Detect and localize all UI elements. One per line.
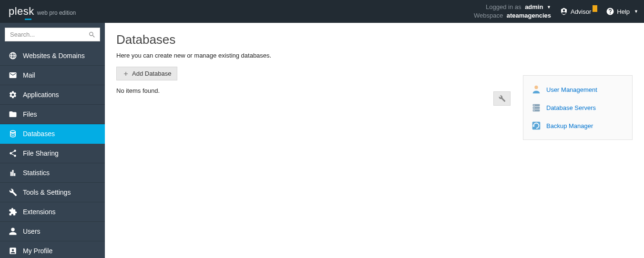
user-management-icon [531,84,542,95]
add-database-label: Add Database [132,70,171,77]
database-icon [9,129,17,138]
panel-item-user-management[interactable]: User Management [523,80,632,99]
sidebar-item-applications[interactable]: Applications [0,85,105,105]
svg-point-5 [534,108,535,109]
backup-icon [531,120,542,131]
sidebar-item-extensions[interactable]: Extensions [0,202,105,222]
advisor-button[interactable]: Advisor [560,7,597,16]
sidebar-item-statistics[interactable]: Statistics [0,163,105,183]
sidebar-item-file-sharing[interactable]: File Sharing [0,144,105,163]
panel-item-label: Backup Manager [546,122,593,129]
advisor-icon [560,7,568,16]
sidebar-item-label: Files [23,110,37,118]
settings-tool-button[interactable] [493,91,511,106]
chevron-down-icon: ▼ [634,9,638,14]
svg-point-0 [534,86,538,89]
sidebar-item-files[interactable]: Files [0,105,105,124]
page-title: Databases [116,32,633,47]
main-content: Databases Here you can create new or man… [105,23,644,258]
tools-icon [9,188,17,197]
warning-badge-icon [593,5,597,12]
profile-icon [9,247,17,255]
page-description: Here you can create new or manage existi… [116,52,633,59]
servers-icon [531,102,542,113]
add-database-button[interactable]: Add Database [116,67,177,80]
sidebar-item-label: Statistics [23,169,50,177]
puzzle-icon [9,208,17,216]
mail-icon [9,71,17,79]
sidebar-item-label: File Sharing [23,149,59,157]
sidebar-item-users[interactable]: Users [0,222,105,241]
sidebar: Websites & Domains Mail Applications Fil… [0,23,105,258]
webspace-row[interactable]: Webspace ateamagencies [474,11,551,20]
logo-sub: web pro edition [37,10,76,16]
sidebar-item-label: Tools & Settings [23,189,71,196]
wrench-icon [498,95,506,102]
nav: Websites & Domains Mail Applications Fil… [0,46,105,258]
panel-item-label: Database Servers [546,104,596,111]
panel-item-database-servers[interactable]: Database Servers [523,99,632,117]
help-button[interactable]: Help ▼ [606,7,638,16]
sidebar-item-label: Databases [23,130,55,138]
logged-in-label: Logged in as [486,3,521,10]
login-block: Logged in as admin ▼ Webspace ateamagenc… [474,3,551,20]
logged-in-user: admin [525,3,543,10]
stats-icon [9,169,17,177]
plus-icon [123,70,129,77]
logo-main: plesk [9,5,34,18]
help-icon [606,7,614,16]
webspace-value: ateamagencies [507,12,551,19]
side-panel: User Management Database Servers Backup … [523,75,633,140]
search-input[interactable] [5,28,100,41]
share-icon [9,149,17,158]
sidebar-item-mail[interactable]: Mail [0,66,105,85]
sidebar-item-databases[interactable]: Databases [0,124,105,144]
help-label: Help [617,8,630,15]
panel-item-backup-manager[interactable]: Backup Manager [523,117,632,135]
sidebar-item-tools-settings[interactable]: Tools & Settings [0,183,105,202]
sidebar-item-label: Applications [23,91,59,99]
svg-point-6 [534,110,535,111]
chevron-down-icon: ▼ [547,4,551,10]
advisor-label: Advisor [571,8,591,15]
logged-in-row[interactable]: Logged in as admin ▼ [474,3,551,11]
search-wrap [0,23,105,46]
webspace-label: Webspace [474,12,503,19]
panel-item-label: User Management [546,86,597,93]
sidebar-item-my-profile[interactable]: My Profile [0,241,105,258]
search-icon[interactable] [88,31,96,39]
sidebar-item-label: Users [23,228,41,235]
gear-icon [9,90,17,99]
sidebar-item-websites-domains[interactable]: Websites & Domains [0,46,105,66]
sidebar-item-label: Websites & Domains [23,52,85,60]
sidebar-item-label: Extensions [23,208,55,216]
sidebar-item-label: My Profile [23,247,52,255]
top-header: plesk web pro edition Logged in as admin… [0,0,644,23]
logo[interactable]: plesk web pro edition [9,5,76,18]
search-box [5,28,100,41]
globe-icon [9,51,17,60]
svg-point-4 [534,105,535,106]
folder-icon [9,110,17,119]
user-icon [9,227,17,236]
sidebar-item-label: Mail [23,71,35,79]
